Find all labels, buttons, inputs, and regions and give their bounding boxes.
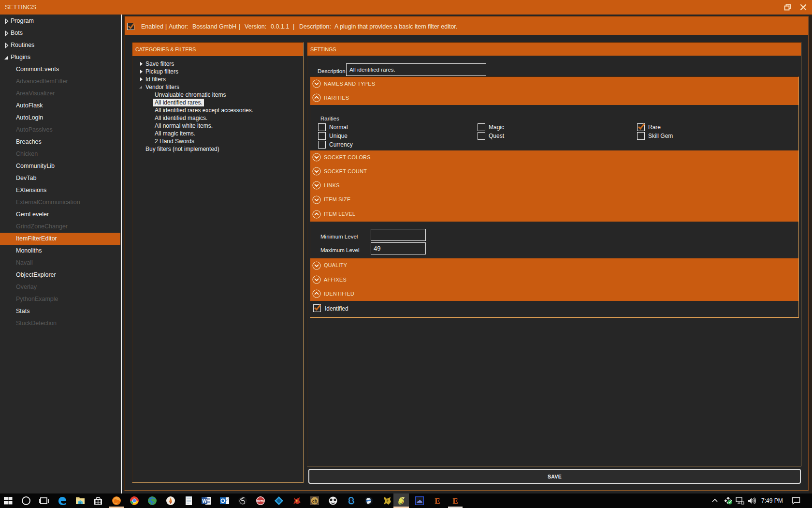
svg-text:E: E <box>435 496 440 506</box>
svg-text:W: W <box>202 498 207 504</box>
svg-text:ch: ch <box>312 499 318 504</box>
svg-text:nero: nero <box>257 499 264 503</box>
svg-text:E: E <box>452 496 458 506</box>
